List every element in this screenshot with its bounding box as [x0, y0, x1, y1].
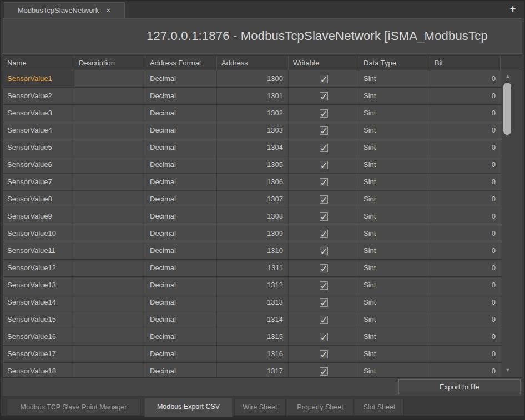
- cell-description[interactable]: [74, 242, 145, 259]
- cell-description[interactable]: [74, 260, 145, 276]
- cell-data-type[interactable]: Sint: [359, 294, 430, 311]
- table-row[interactable]: SensorValue12 Decimal 1311 ✓ Sint 0: [3, 260, 501, 277]
- cell-name[interactable]: SensorValue4: [3, 122, 74, 139]
- scroll-up-icon[interactable]: ▲: [503, 73, 513, 79]
- view-tab-modbus-tcp-slave-point-manager[interactable]: Modbus TCP Slave Point Manager: [7, 399, 140, 416]
- cell-bit[interactable]: 0: [430, 277, 501, 294]
- column-header-data-type[interactable]: Data Type: [359, 56, 430, 70]
- cell-address-format[interactable]: Decimal: [145, 70, 217, 87]
- cell-bit[interactable]: 0: [430, 260, 501, 276]
- writable-checkbox[interactable]: ✓: [320, 161, 328, 169]
- table-row[interactable]: SensorValue9 Decimal 1308 ✓ Sint 0: [3, 208, 501, 225]
- writable-checkbox[interactable]: ✓: [320, 144, 328, 152]
- cell-address[interactable]: 1313: [217, 294, 289, 311]
- cell-description[interactable]: [74, 156, 145, 173]
- cell-bit[interactable]: 0: [430, 294, 501, 311]
- cell-description[interactable]: [74, 363, 145, 377]
- cell-address[interactable]: 1315: [217, 328, 289, 345]
- column-header-name[interactable]: Name: [3, 56, 74, 70]
- cell-address[interactable]: 1300: [217, 70, 289, 87]
- writable-checkbox[interactable]: ✓: [320, 75, 328, 83]
- cell-address[interactable]: 1314: [217, 311, 289, 328]
- cell-bit[interactable]: 0: [430, 208, 501, 225]
- cell-description[interactable]: [74, 277, 145, 294]
- writable-checkbox[interactable]: ✓: [320, 247, 328, 255]
- export-to-file-button[interactable]: Export to file: [398, 379, 521, 394]
- cell-data-type[interactable]: Sint: [359, 122, 430, 139]
- cell-address-format[interactable]: Decimal: [145, 294, 217, 311]
- writable-checkbox[interactable]: ✓: [320, 333, 328, 341]
- table-row[interactable]: SensorValue6 Decimal 1305 ✓ Sint 0: [3, 156, 501, 174]
- cell-bit[interactable]: 0: [430, 311, 501, 328]
- cell-address-format[interactable]: Decimal: [145, 225, 217, 242]
- writable-checkbox[interactable]: ✓: [320, 92, 328, 100]
- cell-name[interactable]: SensorValue7: [3, 174, 74, 190]
- writable-checkbox[interactable]: ✓: [320, 230, 328, 238]
- cell-name[interactable]: SensorValue1: [3, 70, 74, 87]
- view-tab-property-sheet[interactable]: Property Sheet: [287, 399, 354, 416]
- view-tab-modbus-export-csv[interactable]: Modbus Export CSV: [144, 398, 233, 417]
- cell-bit[interactable]: 0: [430, 174, 501, 190]
- cell-address-format[interactable]: Decimal: [145, 363, 217, 377]
- cell-bit[interactable]: 0: [430, 346, 501, 362]
- cell-address-format[interactable]: Decimal: [145, 139, 217, 156]
- cell-name[interactable]: SensorValue9: [3, 208, 74, 225]
- cell-address[interactable]: 1305: [217, 156, 289, 173]
- cell-name[interactable]: SensorValue18: [3, 363, 74, 377]
- cell-address[interactable]: 1303: [217, 122, 289, 139]
- cell-description[interactable]: [74, 70, 145, 87]
- vertical-scrollbar[interactable]: ▲ ▼: [501, 70, 522, 377]
- cell-address-format[interactable]: Decimal: [145, 174, 217, 190]
- cell-address[interactable]: 1310: [217, 242, 289, 259]
- cell-address[interactable]: 1312: [217, 277, 289, 294]
- cell-bit[interactable]: 0: [430, 225, 501, 242]
- view-tab-slot-sheet[interactable]: Slot Sheet: [355, 399, 404, 416]
- cell-data-type[interactable]: Sint: [359, 328, 430, 345]
- cell-description[interactable]: [74, 208, 145, 225]
- cell-description[interactable]: [74, 346, 145, 362]
- cell-data-type[interactable]: Sint: [359, 174, 430, 190]
- table-row-selected[interactable]: SensorValue1 Decimal 1300 ✓ Sint 0: [3, 70, 501, 88]
- cell-description[interactable]: [74, 294, 145, 311]
- cell-data-type[interactable]: Sint: [359, 191, 430, 208]
- writable-checkbox[interactable]: ✓: [320, 298, 328, 307]
- cell-address[interactable]: 1308: [217, 208, 289, 225]
- cell-address-format[interactable]: Decimal: [145, 105, 217, 122]
- cell-description[interactable]: [74, 105, 145, 122]
- cell-bit[interactable]: 0: [430, 105, 501, 122]
- add-tab-icon[interactable]: +: [507, 3, 518, 15]
- cell-name[interactable]: SensorValue16: [3, 328, 74, 345]
- column-header-description[interactable]: Description: [74, 56, 145, 70]
- cell-data-type[interactable]: Sint: [359, 156, 430, 173]
- cell-address[interactable]: 1316: [217, 346, 289, 362]
- cell-address-format[interactable]: Decimal: [145, 346, 217, 362]
- cell-name[interactable]: SensorValue15: [3, 311, 74, 328]
- cell-bit[interactable]: 0: [430, 191, 501, 208]
- cell-address[interactable]: 1301: [217, 88, 289, 104]
- cell-address-format[interactable]: Decimal: [145, 260, 217, 276]
- scroll-down-icon[interactable]: ▼: [503, 367, 513, 373]
- cell-address-format[interactable]: Decimal: [145, 242, 217, 259]
- writable-checkbox[interactable]: ✓: [320, 109, 328, 118]
- table-row[interactable]: SensorValue4 Decimal 1303 ✓ Sint 0: [3, 122, 501, 139]
- cell-address-format[interactable]: Decimal: [145, 311, 217, 328]
- table-row[interactable]: SensorValue16 Decimal 1315 ✓ Sint 0: [3, 328, 501, 346]
- tab-modbustcpslavenetwork[interactable]: ModbusTcpSlaveNetwork ✕: [4, 2, 125, 18]
- cell-bit[interactable]: 0: [430, 88, 501, 104]
- table-row[interactable]: SensorValue17 Decimal 1316 ✓ Sint 0: [3, 346, 501, 363]
- cell-address[interactable]: 1306: [217, 174, 289, 190]
- cell-bit[interactable]: 0: [430, 363, 501, 377]
- cell-data-type[interactable]: Sint: [359, 277, 430, 294]
- cell-name[interactable]: SensorValue6: [3, 156, 74, 173]
- cell-address-format[interactable]: Decimal: [145, 156, 217, 173]
- cell-data-type[interactable]: Sint: [359, 311, 430, 328]
- cell-data-type[interactable]: Sint: [359, 139, 430, 156]
- cell-address-format[interactable]: Decimal: [145, 122, 217, 139]
- column-header-address[interactable]: Address: [217, 56, 289, 70]
- table-row[interactable]: SensorValue2 Decimal 1301 ✓ Sint 0: [3, 88, 501, 105]
- cell-bit[interactable]: 0: [430, 328, 501, 345]
- cell-description[interactable]: [74, 311, 145, 328]
- column-header-writable[interactable]: Writable: [289, 56, 359, 70]
- writable-checkbox[interactable]: ✓: [320, 367, 328, 376]
- cell-bit[interactable]: 0: [430, 242, 501, 259]
